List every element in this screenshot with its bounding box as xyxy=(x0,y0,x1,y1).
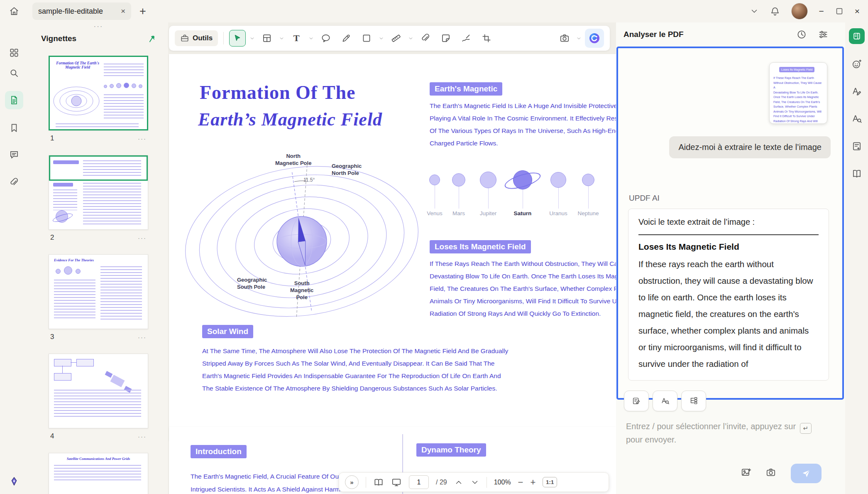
section-text: If These Rays Reach The Earth Without Ob… xyxy=(430,258,634,320)
ai-emoji-button[interactable] xyxy=(849,57,864,71)
send-button[interactable] xyxy=(791,464,822,483)
measure-tool-chevron-icon[interactable] xyxy=(408,36,413,41)
crop-tool-button[interactable] xyxy=(478,30,495,47)
quick-action-outline-button[interactable] xyxy=(681,391,706,411)
text-tool-chevron-icon[interactable] xyxy=(308,36,314,41)
thumbnail-item: Satellite Communications And Power Grids xyxy=(49,453,148,494)
ai-assistant-panel: Analyser le PDF Loses Its Magnetic Field… xyxy=(616,22,845,494)
select-tool-chevron-icon[interactable] xyxy=(249,36,255,41)
label-tilt-angle: 11.5° xyxy=(303,177,315,184)
zoom-level-value[interactable]: 100% xyxy=(494,479,511,486)
signature-tool-button[interactable] xyxy=(458,30,474,47)
planet-neptune: Neptune xyxy=(572,174,605,216)
page-number-input[interactable] xyxy=(409,475,429,489)
ai-rewrite-text-button[interactable] xyxy=(849,84,864,99)
thumbnail-number: 4 xyxy=(50,432,54,440)
search-icon xyxy=(9,68,20,79)
presentation-mode-icon[interactable] xyxy=(391,477,402,488)
next-page-chevron-icon[interactable] xyxy=(470,478,479,487)
label-geographic-south-pole: Geographic South Pole xyxy=(237,277,267,291)
camera-icon xyxy=(559,33,570,44)
ai-summary-button[interactable] xyxy=(849,139,864,154)
chevron-down-icon[interactable] xyxy=(750,7,759,16)
quick-action-rewrite-button[interactable] xyxy=(624,391,649,411)
thumbnail-menu-button[interactable]: ··· xyxy=(138,433,147,440)
thumbnail-page-2[interactable] xyxy=(49,155,148,230)
thumbnail-menu-button[interactable]: ··· xyxy=(138,234,147,241)
label-south-magnetic-pole: South Magnetic Pole xyxy=(290,280,313,301)
zoom-in-button[interactable]: + xyxy=(530,478,535,487)
pen-tool-button[interactable] xyxy=(5,472,23,491)
window-maximize-button[interactable] xyxy=(835,7,844,16)
window-minimize-button[interactable]: − xyxy=(819,6,824,16)
paperclip-icon xyxy=(9,177,20,188)
ai-assistant-button[interactable] xyxy=(585,29,604,48)
screenshot-capture-button[interactable] xyxy=(764,465,778,479)
previous-page-chevron-icon[interactable] xyxy=(454,478,463,487)
attached-image-thumbnail[interactable]: Loses Its Magnetic Field If These Rays R… xyxy=(769,62,827,124)
label-geographic-north-pole: Geographic North Pole xyxy=(332,163,362,177)
comments-button[interactable] xyxy=(5,145,23,164)
shape-tool-chevron-icon[interactable] xyxy=(379,36,384,41)
select-tool-button[interactable] xyxy=(229,30,246,47)
page-navigation-bar: » / 29 100% − + 1:1 xyxy=(339,472,609,492)
notifications-bell-icon[interactable] xyxy=(770,6,780,17)
text-tool-button[interactable]: T xyxy=(288,30,305,47)
pin-icon[interactable] xyxy=(147,34,156,43)
apps-grid-button[interactable] xyxy=(5,44,23,62)
actual-size-button[interactable]: 1:1 xyxy=(543,477,557,487)
thumbnail-page-3[interactable]: Evidence For The Theories xyxy=(49,254,148,329)
quick-action-recognize-text-button[interactable] xyxy=(653,391,677,411)
text-edit-icon xyxy=(851,86,862,97)
thumbnail-number: 3 xyxy=(50,333,54,341)
layout-tool-chevron-icon[interactable] xyxy=(279,36,284,41)
ai-explain-text-button[interactable] xyxy=(849,111,864,126)
insert-image-button[interactable] xyxy=(739,465,753,479)
search-button[interactable] xyxy=(5,64,23,82)
tools-button[interactable]: Outils xyxy=(175,30,218,46)
home-button[interactable] xyxy=(5,2,23,20)
comment-tool-button[interactable] xyxy=(318,30,334,47)
reading-mode-icon[interactable] xyxy=(373,477,384,488)
page-layout-tool-button[interactable] xyxy=(259,30,275,47)
section-badge: Earth's Magnetic xyxy=(430,82,502,96)
attachments-button[interactable] xyxy=(5,173,23,192)
ai-reader-panel-button[interactable] xyxy=(849,28,865,44)
bookmarks-button[interactable] xyxy=(5,119,23,137)
image-upload-icon xyxy=(741,467,751,478)
pencil-tool-button[interactable] xyxy=(338,30,355,47)
panel-more-button[interactable]: ··· xyxy=(29,22,168,29)
settings-sliders-icon[interactable] xyxy=(818,29,829,40)
expand-bar-button[interactable]: » xyxy=(345,475,359,489)
thumbnail-page-5[interactable]: Satellite Communications And Power Grids xyxy=(49,453,148,494)
right-sidebar-rail xyxy=(845,22,868,494)
chat-input[interactable]: Entrez / pour sélectionner l’invite, app… xyxy=(626,420,823,446)
thumbnail-menu-button[interactable]: ··· xyxy=(138,334,147,341)
assistant-response-card: Voici le texte extrait de l’image : Lose… xyxy=(628,209,829,381)
sticker-tool-button[interactable] xyxy=(438,30,454,47)
user-avatar[interactable] xyxy=(791,3,808,20)
pen-nib-icon xyxy=(9,476,20,487)
screenshot-tool-button[interactable] xyxy=(556,30,573,47)
tab-close-icon[interactable]: × xyxy=(121,7,125,16)
shape-tool-button[interactable] xyxy=(358,30,375,47)
thumbnail-number: 2 xyxy=(50,233,54,242)
planet-label: Uranus xyxy=(549,210,567,216)
measure-tool-button[interactable] xyxy=(388,30,404,47)
history-icon[interactable] xyxy=(796,29,807,40)
thumbnail-page-4[interactable] xyxy=(49,354,148,428)
document-tab[interactable]: sample-file-editable × xyxy=(32,2,131,20)
thumbnails-panel-button[interactable] xyxy=(5,91,23,109)
thumbnail-page-1[interactable]: Formation Of The Earth's Magnetic Field xyxy=(49,56,148,130)
title-bar: sample-file-editable × + − × xyxy=(0,0,868,22)
thumbnail-item: 2 ··· xyxy=(49,155,148,242)
planet-jupiter: Jupiter xyxy=(472,172,505,216)
response-heading: Loses Its Magnetic Field xyxy=(638,242,819,252)
screenshot-tool-chevron-icon[interactable] xyxy=(576,36,582,41)
window-close-button[interactable]: × xyxy=(855,6,860,16)
attach-file-tool-button[interactable] xyxy=(417,30,434,47)
zoom-out-button[interactable]: − xyxy=(518,478,523,487)
new-tab-button[interactable]: + xyxy=(139,6,146,17)
ai-read-book-button[interactable] xyxy=(849,166,864,181)
thumbnail-menu-button[interactable]: ··· xyxy=(138,135,147,142)
